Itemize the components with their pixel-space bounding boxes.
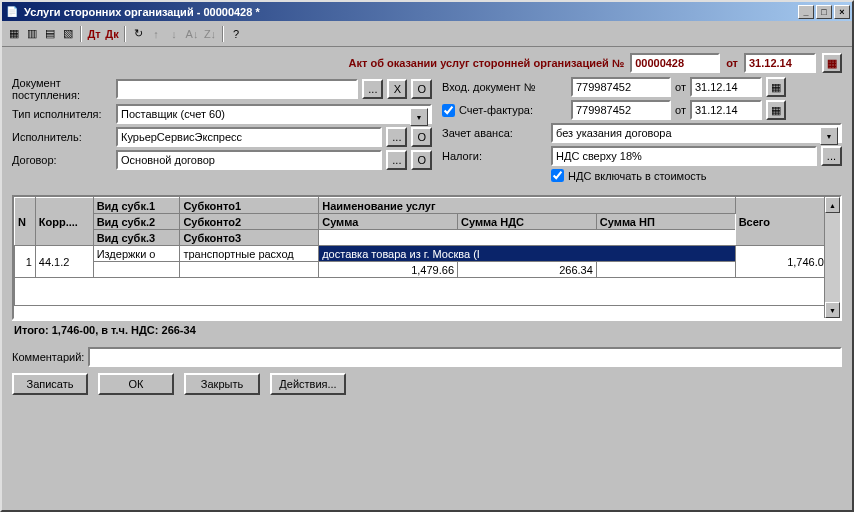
dogovor-browse-button[interactable]: ... xyxy=(386,150,407,170)
act-header-label: Акт об оказании услуг сторонней организа… xyxy=(349,57,625,69)
act-date-input[interactable]: 31.12.14 xyxy=(744,53,816,73)
ispolnitel-browse-button[interactable]: ... xyxy=(386,127,407,147)
col-subkonto2[interactable]: Субконто2 xyxy=(180,214,319,230)
sf-checkbox[interactable]: Счет-фактура: xyxy=(442,104,567,117)
toolbar-help-icon[interactable]: ? xyxy=(228,26,244,42)
sf-check[interactable] xyxy=(442,104,455,117)
comment-label: Комментарий: xyxy=(12,351,84,363)
dogovor-input[interactable]: Основной договор xyxy=(116,150,382,170)
cell-n[interactable]: 1 xyxy=(15,246,36,278)
app-window: 📄 Услуги сторонних организаций - 0000042… xyxy=(0,0,854,512)
scroll-up-icon[interactable]: ▲ xyxy=(825,197,840,213)
zakryt-button[interactable]: Закрыть xyxy=(184,373,260,395)
scroll-down-icon[interactable]: ▼ xyxy=(825,302,840,318)
toolbar: ▦ ▥ ▤ ▧ Дт Дк ↻ ↑ ↓ A↓ Z↓ ? xyxy=(2,21,852,47)
sf-label: Счет-фактура: xyxy=(459,104,533,116)
toolbar-icon-4[interactable]: ▧ xyxy=(60,26,76,42)
nds-include-checkbox[interactable]: НДС включать в стоимость xyxy=(551,169,707,182)
doc-icon: 📄 xyxy=(4,4,20,20)
cell-vidsub[interactable]: Издержки о xyxy=(93,246,180,262)
ot-label-2: от xyxy=(675,81,686,93)
dogovor-o-button[interactable]: O xyxy=(411,150,432,170)
cell-vsego[interactable]: 1,746.00 xyxy=(735,246,824,278)
cell-korr[interactable]: 44.1.2 xyxy=(35,246,93,278)
nalogi-input[interactable]: НДС сверху 18% xyxy=(551,146,817,166)
toolbar-dk-icon[interactable]: Дк xyxy=(104,26,120,42)
vhod-input[interactable]: 779987452 xyxy=(571,77,671,97)
postuplenie-o-button[interactable]: O xyxy=(411,79,432,99)
toolbar-refresh-icon[interactable]: ↻ xyxy=(130,26,146,42)
nalogi-label: Налоги: xyxy=(442,150,547,162)
ok-button[interactable]: ОК xyxy=(98,373,174,395)
col-n[interactable]: N xyxy=(15,198,36,246)
ot-label-1: от xyxy=(726,57,738,69)
col-vsego[interactable]: Всего xyxy=(735,198,824,246)
cell-subkonto[interactable]: транспортные расход xyxy=(180,246,319,262)
act-number-input[interactable]: 00000428 xyxy=(630,53,720,73)
content: Акт об оказании услуг сторонней организа… xyxy=(2,47,852,510)
toolbar-icon-2[interactable]: ▥ xyxy=(24,26,40,42)
postuplenie-label: Документ поступления: xyxy=(12,77,112,101)
titlebar[interactable]: 📄 Услуги сторонних организаций - 0000042… xyxy=(2,2,852,21)
postuplenie-input[interactable] xyxy=(116,79,358,99)
cell-naimen[interactable]: доставка товара из г. Москва (I xyxy=(319,246,735,262)
toolbar-icon-1[interactable]: ▦ xyxy=(6,26,22,42)
avans-combo[interactable]: без указания договора xyxy=(551,123,842,143)
dogovor-label: Договор: xyxy=(12,154,112,166)
ot-label-3: от xyxy=(675,104,686,116)
toolbar-sort-desc-icon[interactable]: Z↓ xyxy=(202,26,218,42)
table-row[interactable]: 1,479.66 266.34 xyxy=(15,262,825,278)
deistviya-button[interactable]: Действия... xyxy=(270,373,346,395)
cell-summands[interactable]: 266.34 xyxy=(458,262,597,278)
grid-scrollbar[interactable]: ▲ ▼ xyxy=(824,197,840,318)
sf-input[interactable]: 779987452 xyxy=(571,100,671,120)
maximize-button[interactable]: □ xyxy=(816,5,832,19)
sf-date-input[interactable]: 31.12.14 xyxy=(690,100,762,120)
toolbar-down-icon[interactable]: ↓ xyxy=(166,26,182,42)
cell-summanp[interactable] xyxy=(596,262,735,278)
cell-summa[interactable]: 1,479.66 xyxy=(319,262,458,278)
ispolnitel-input[interactable]: КурьерСервисЭкспресс xyxy=(116,127,382,147)
close-button[interactable]: × xyxy=(834,5,850,19)
col-summands[interactable]: Сумма НДС xyxy=(458,214,597,230)
col-naimen[interactable]: Наименование услуг xyxy=(319,198,735,214)
calendar-button-1[interactable]: ▦ xyxy=(822,53,842,73)
ispolnitel-label: Исполнитель: xyxy=(12,131,112,143)
toolbar-icon-3[interactable]: ▤ xyxy=(42,26,58,42)
totals-label: Итого: 1,746-00, в т.ч. НДС: 266-34 xyxy=(12,320,842,342)
vhod-label: Вход. документ № xyxy=(442,81,567,93)
calendar-button-2[interactable]: ▦ xyxy=(766,77,786,97)
services-grid[interactable]: N Корр.... Вид субк.1 Субконто1 Наименов… xyxy=(12,195,842,320)
minimize-button[interactable]: _ xyxy=(798,5,814,19)
col-vidsub2[interactable]: Вид субк.2 xyxy=(93,214,180,230)
calendar-button-3[interactable]: ▦ xyxy=(766,100,786,120)
nalogi-browse-button[interactable]: ... xyxy=(821,146,842,166)
nds-include-label: НДС включать в стоимость xyxy=(568,170,707,182)
avans-label: Зачет аванса: xyxy=(442,127,547,139)
col-vidsub3[interactable]: Вид субк.3 xyxy=(93,230,180,246)
col-subkonto3[interactable]: Субконто3 xyxy=(180,230,319,246)
col-subkonto1[interactable]: Субконто1 xyxy=(180,198,319,214)
ispolnitel-o-button[interactable]: O xyxy=(411,127,432,147)
col-korr[interactable]: Корр.... xyxy=(35,198,93,246)
tip-combo[interactable]: Поставщик (счет 60) xyxy=(116,104,432,124)
col-vidsub1[interactable]: Вид субк.1 xyxy=(93,198,180,214)
toolbar-dt-icon[interactable]: Дт xyxy=(86,26,102,42)
table-row[interactable]: 1 44.1.2 Издержки о транспортные расход … xyxy=(15,246,825,262)
toolbar-up-icon[interactable]: ↑ xyxy=(148,26,164,42)
postuplenie-browse-button[interactable]: ... xyxy=(362,79,383,99)
tip-label: Тип исполнителя: xyxy=(12,108,112,120)
comment-input[interactable] xyxy=(88,347,842,367)
window-title: Услуги сторонних организаций - 00000428 … xyxy=(24,6,796,18)
col-summanp[interactable]: Сумма НП xyxy=(596,214,735,230)
col-summa[interactable]: Сумма xyxy=(319,214,458,230)
vhod-date-input[interactable]: 31.12.14 xyxy=(690,77,762,97)
zapisat-button[interactable]: Записать xyxy=(12,373,88,395)
postuplenie-x-button[interactable]: X xyxy=(387,79,407,99)
nds-include-check[interactable] xyxy=(551,169,564,182)
toolbar-sort-asc-icon[interactable]: A↓ xyxy=(184,26,200,42)
